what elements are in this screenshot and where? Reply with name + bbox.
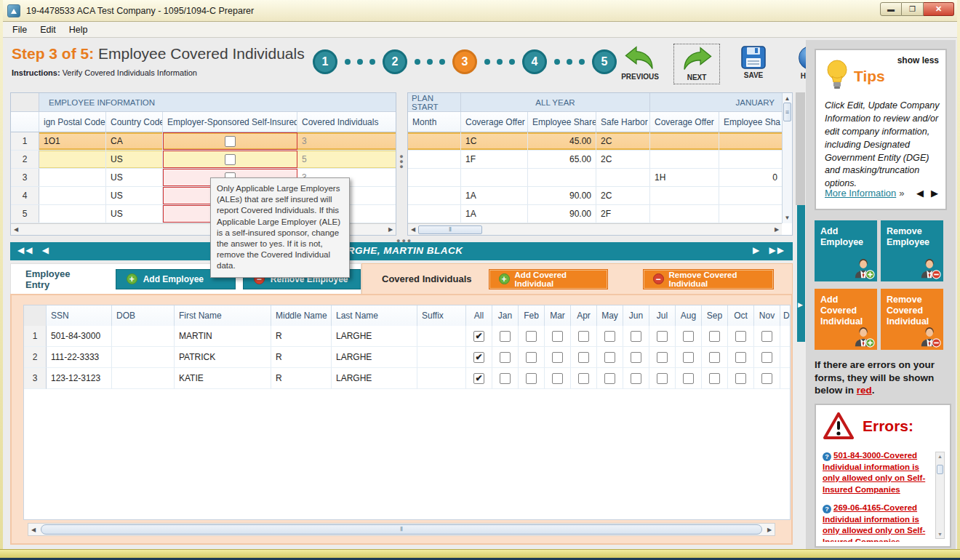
- panel-splitter[interactable]: [796, 92, 805, 205]
- suffix-cell[interactable]: [417, 368, 466, 389]
- month-cell[interactable]: [408, 205, 461, 223]
- month-checkbox[interactable]: [578, 331, 589, 342]
- sidebar-add-employee-button[interactable]: Add Employee: [815, 220, 877, 281]
- column-header-dob[interactable]: DOB: [112, 305, 175, 326]
- month-checkbox[interactable]: [552, 331, 563, 342]
- error-link[interactable]: ?269-06-4165-Covered Individual informat…: [823, 503, 931, 542]
- postal-code-cell[interactable]: [39, 169, 106, 186]
- column-header-country-code[interactable]: Country Code: [106, 112, 163, 132]
- month-checkbox[interactable]: [657, 352, 668, 363]
- employee-share-cell[interactable]: 90.00: [528, 205, 596, 223]
- column-header-suffix[interactable]: Suffix: [417, 305, 466, 326]
- month-checkbox[interactable]: [604, 331, 615, 342]
- ssn-cell[interactable]: 111-22-3333: [47, 347, 112, 368]
- table-row[interactable]: 1F 65.00 2C: [408, 151, 782, 169]
- country-code-cell[interactable]: US: [106, 205, 163, 223]
- horizontal-scrollbar[interactable]: ◀ ⦀ ▶: [28, 523, 775, 536]
- column-header-sep[interactable]: Sep: [702, 305, 728, 326]
- column-header-d[interactable]: D: [780, 305, 791, 326]
- column-header-employee-share-jan[interactable]: Employee Sha: [719, 112, 782, 132]
- all-months-checkbox[interactable]: ✔: [473, 352, 484, 363]
- ssn-cell[interactable]: 501-84-3000: [47, 326, 112, 347]
- employee-share-jan-cell[interactable]: [719, 132, 782, 150]
- column-header-self-insured[interactable]: Employer-Sponsored Self-Insured: [163, 112, 297, 132]
- next-button[interactable]: NEXT: [673, 44, 720, 84]
- coverage-offer-jan-cell[interactable]: [650, 151, 719, 168]
- column-header-postal-code[interactable]: ign Postal Code: [39, 112, 106, 132]
- vertical-scrollbar[interactable]: ▲ ▼: [935, 452, 945, 539]
- coverage-offer-cell[interactable]: 1A: [461, 205, 528, 223]
- add-covered-individual-button[interactable]: + Add Covered Individual: [489, 270, 607, 289]
- column-header-mar[interactable]: Mar: [545, 305, 571, 326]
- employee-share-cell[interactable]: 45.00: [528, 132, 596, 150]
- month-checkbox[interactable]: [578, 352, 589, 363]
- column-header-jun[interactable]: Jun: [623, 305, 649, 326]
- employee-share-jan-cell[interactable]: [719, 205, 782, 223]
- self-insured-cell[interactable]: [163, 132, 297, 150]
- middle-name-cell[interactable]: R: [271, 347, 332, 368]
- suffix-cell[interactable]: [417, 326, 466, 347]
- dob-cell[interactable]: [112, 347, 175, 368]
- employee-share-cell[interactable]: 90.00: [528, 187, 596, 204]
- safe-harbor-cell[interactable]: 2C: [596, 132, 650, 150]
- coverage-offer-cell[interactable]: [461, 169, 528, 186]
- scroll-right-arrow[interactable]: ▶: [764, 527, 775, 533]
- month-checkbox[interactable]: [657, 373, 668, 384]
- column-header-coverage-offer[interactable]: Coverage Offer: [461, 112, 528, 132]
- column-header-jan[interactable]: Jan: [492, 305, 519, 326]
- table-row[interactable]: 1H 0: [408, 169, 782, 187]
- middle-name-cell[interactable]: R: [271, 326, 332, 347]
- column-header-may[interactable]: May: [597, 305, 623, 326]
- previous-button[interactable]: PREVIOUS: [617, 44, 663, 83]
- coverage-offer-jan-cell[interactable]: 1H: [650, 169, 719, 186]
- month-cell[interactable]: [408, 151, 461, 168]
- first-name-cell[interactable]: KATIE: [175, 368, 271, 389]
- column-header-all[interactable]: All: [466, 305, 492, 326]
- next-record-button[interactable]: ▶: [753, 245, 761, 255]
- horizontal-scrollbar[interactable]: ◀ ⦀ ▶: [408, 223, 782, 235]
- sidebar-add-covered-individual-button[interactable]: Add Covered Individual: [815, 289, 877, 350]
- month-checkbox[interactable]: [709, 373, 720, 384]
- menu-edit[interactable]: Edit: [33, 23, 63, 36]
- month-checkbox[interactable]: [631, 331, 641, 342]
- coverage-offer-jan-cell[interactable]: [650, 205, 719, 223]
- month-checkbox[interactable]: [735, 352, 746, 363]
- show-less-link[interactable]: show less: [897, 55, 939, 65]
- scroll-up-arrow[interactable]: ▲: [937, 454, 943, 459]
- column-header-middle-name[interactable]: Middle Name: [271, 305, 332, 326]
- month-checkbox[interactable]: [631, 373, 641, 384]
- month-cell[interactable]: [408, 169, 461, 186]
- table-row[interactable]: 1 501-84-3000 MARTIN R LARGHE ✔: [24, 326, 790, 347]
- month-checkbox[interactable]: [683, 373, 694, 384]
- scroll-down-arrow[interactable]: ▼: [785, 215, 791, 221]
- month-checkbox[interactable]: [735, 373, 746, 384]
- save-button[interactable]: SAVE: [730, 44, 777, 81]
- scrollbar-thumb[interactable]: ≡: [783, 103, 791, 121]
- month-checkbox[interactable]: [500, 373, 511, 384]
- month-checkbox[interactable]: [735, 331, 746, 342]
- tips-next-arrow[interactable]: ▶: [931, 188, 938, 199]
- postal-code-cell[interactable]: [39, 205, 106, 223]
- title-bar[interactable]: 19-4478533 ACA Test Company - 1095/1094-…: [0, 0, 960, 22]
- column-header-safe-harbor[interactable]: Safe Harbor: [596, 112, 650, 132]
- column-header-jul[interactable]: Jul: [649, 305, 676, 326]
- month-cell[interactable]: [408, 187, 461, 204]
- month-checkbox[interactable]: [526, 352, 537, 363]
- sidebar-remove-covered-individual-button[interactable]: Remove Covered Individual: [881, 289, 943, 350]
- all-months-checkbox[interactable]: ✔: [473, 331, 484, 342]
- employee-share-jan-cell[interactable]: 0: [719, 169, 782, 186]
- table-row[interactable]: 1A 90.00 2F: [408, 205, 782, 223]
- country-code-cell[interactable]: CA: [106, 132, 163, 150]
- scroll-left-arrow[interactable]: ◀: [28, 527, 39, 533]
- self-insured-checkbox[interactable]: [225, 154, 236, 165]
- all-months-checkbox[interactable]: ✔: [473, 373, 484, 384]
- safe-harbor-cell[interactable]: 2C: [596, 187, 650, 204]
- employee-share-cell[interactable]: [528, 169, 596, 186]
- collapse-panel-strip[interactable]: ▶: [797, 205, 805, 342]
- safe-harbor-cell[interactable]: 2C: [596, 151, 650, 168]
- table-row[interactable]: 3 123-12-3123 KATIE R LARGHE ✔: [24, 368, 790, 389]
- month-checkbox[interactable]: [552, 352, 563, 363]
- last-name-cell[interactable]: LARGHE: [332, 368, 417, 389]
- scroll-down-arrow[interactable]: ▼: [937, 532, 943, 537]
- month-checkbox[interactable]: [709, 352, 720, 363]
